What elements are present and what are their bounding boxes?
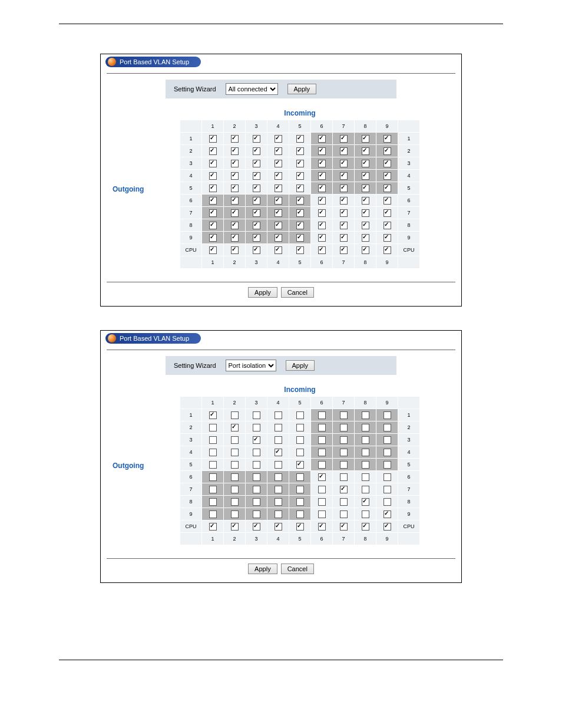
port-checkbox[interactable] <box>384 209 391 217</box>
port-checkbox[interactable] <box>362 449 369 456</box>
port-checkbox[interactable] <box>318 147 326 155</box>
port-checkbox[interactable] <box>253 147 260 155</box>
port-checkbox[interactable] <box>362 209 369 217</box>
port-checkbox[interactable] <box>209 461 217 469</box>
port-checkbox[interactable] <box>253 424 260 431</box>
port-checkbox[interactable] <box>384 498 391 506</box>
port-checkbox[interactable] <box>318 411 326 419</box>
port-checkbox[interactable] <box>231 160 239 167</box>
port-checkbox[interactable] <box>253 209 260 217</box>
port-checkbox[interactable] <box>318 160 326 167</box>
port-checkbox[interactable] <box>362 510 369 518</box>
port-checkbox[interactable] <box>384 160 391 167</box>
port-checkbox[interactable] <box>275 510 282 518</box>
port-checkbox[interactable] <box>209 424 217 431</box>
port-checkbox[interactable] <box>384 449 391 456</box>
port-checkbox[interactable] <box>275 523 282 531</box>
port-checkbox[interactable] <box>296 234 304 242</box>
port-checkbox[interactable] <box>275 498 282 506</box>
port-checkbox[interactable] <box>362 147 369 155</box>
port-checkbox[interactable] <box>209 234 217 242</box>
port-checkbox[interactable] <box>231 473 239 481</box>
port-checkbox[interactable] <box>340 197 348 205</box>
port-checkbox[interactable] <box>296 172 304 180</box>
port-checkbox[interactable] <box>209 436 217 444</box>
port-checkbox[interactable] <box>318 222 326 229</box>
port-checkbox[interactable] <box>253 510 260 518</box>
wizard-apply-button[interactable]: Apply <box>286 360 315 371</box>
port-checkbox[interactable] <box>340 473 348 481</box>
port-checkbox[interactable] <box>384 172 391 180</box>
apply-button[interactable]: Apply <box>248 287 277 298</box>
port-checkbox[interactable] <box>340 424 348 431</box>
port-checkbox[interactable] <box>318 135 326 143</box>
port-checkbox[interactable] <box>362 461 369 469</box>
port-checkbox[interactable] <box>296 147 304 155</box>
port-checkbox[interactable] <box>231 436 239 444</box>
port-checkbox[interactable] <box>340 498 348 506</box>
port-checkbox[interactable] <box>209 209 217 217</box>
port-checkbox[interactable] <box>275 135 282 143</box>
port-checkbox[interactable] <box>253 222 260 229</box>
port-checkbox[interactable] <box>362 172 369 180</box>
port-checkbox[interactable] <box>275 436 282 444</box>
port-checkbox[interactable] <box>231 135 239 143</box>
port-checkbox[interactable] <box>362 197 369 205</box>
port-checkbox[interactable] <box>231 424 239 431</box>
port-checkbox[interactable] <box>253 135 260 143</box>
port-checkbox[interactable] <box>296 523 304 531</box>
port-checkbox[interactable] <box>340 436 348 444</box>
port-checkbox[interactable] <box>275 209 282 217</box>
port-checkbox[interactable] <box>318 185 326 192</box>
port-checkbox[interactable] <box>275 222 282 229</box>
apply-button[interactable]: Apply <box>248 564 277 574</box>
port-checkbox[interactable] <box>209 486 217 493</box>
port-checkbox[interactable] <box>384 486 391 493</box>
port-checkbox[interactable] <box>231 510 239 518</box>
wizard-select[interactable]: All connected <box>226 83 278 95</box>
port-checkbox[interactable] <box>318 424 326 431</box>
port-checkbox[interactable] <box>384 510 391 518</box>
port-checkbox[interactable] <box>209 510 217 518</box>
port-checkbox[interactable] <box>318 523 326 531</box>
port-checkbox[interactable] <box>384 424 391 431</box>
port-checkbox[interactable] <box>209 222 217 229</box>
port-checkbox[interactable] <box>318 197 326 205</box>
port-checkbox[interactable] <box>296 209 304 217</box>
port-checkbox[interactable] <box>275 461 282 469</box>
port-checkbox[interactable] <box>253 473 260 481</box>
port-checkbox[interactable] <box>318 436 326 444</box>
port-checkbox[interactable] <box>362 135 369 143</box>
port-checkbox[interactable] <box>296 185 304 192</box>
port-checkbox[interactable] <box>362 246 369 254</box>
port-checkbox[interactable] <box>340 461 348 469</box>
port-checkbox[interactable] <box>384 436 391 444</box>
port-checkbox[interactable] <box>231 246 239 254</box>
port-checkbox[interactable] <box>296 197 304 205</box>
port-checkbox[interactable] <box>253 246 260 254</box>
port-checkbox[interactable] <box>231 197 239 205</box>
cancel-button[interactable]: Cancel <box>281 287 314 298</box>
wizard-apply-button[interactable]: Apply <box>287 84 317 94</box>
port-checkbox[interactable] <box>253 197 260 205</box>
port-checkbox[interactable] <box>209 449 217 456</box>
port-checkbox[interactable] <box>296 246 304 254</box>
port-checkbox[interactable] <box>340 160 348 167</box>
port-checkbox[interactable] <box>318 498 326 506</box>
port-checkbox[interactable] <box>231 498 239 506</box>
port-checkbox[interactable] <box>362 498 369 506</box>
port-checkbox[interactable] <box>318 246 326 254</box>
port-checkbox[interactable] <box>318 510 326 518</box>
port-checkbox[interactable] <box>340 222 348 229</box>
port-checkbox[interactable] <box>275 473 282 481</box>
port-checkbox[interactable] <box>318 473 326 481</box>
port-checkbox[interactable] <box>275 147 282 155</box>
port-checkbox[interactable] <box>209 523 217 531</box>
port-checkbox[interactable] <box>231 461 239 469</box>
port-checkbox[interactable] <box>275 411 282 419</box>
port-checkbox[interactable] <box>340 523 348 531</box>
port-checkbox[interactable] <box>362 486 369 493</box>
cancel-button[interactable]: Cancel <box>281 564 314 574</box>
port-checkbox[interactable] <box>340 172 348 180</box>
port-checkbox[interactable] <box>362 473 369 481</box>
